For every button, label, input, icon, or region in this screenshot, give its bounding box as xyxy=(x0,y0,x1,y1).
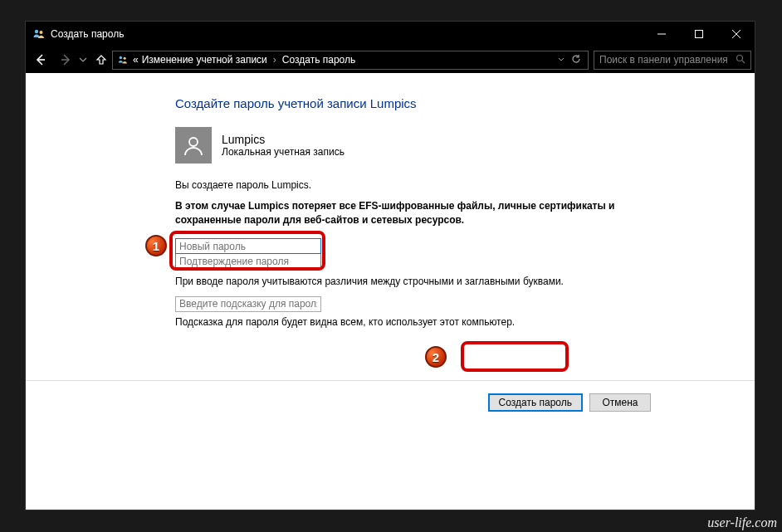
navbar: « Изменение учетной записи › Создать пар… xyxy=(26,46,755,73)
user-accounts-icon xyxy=(116,53,130,66)
content-area: Создайте пароль учетной записи Lumpics L… xyxy=(26,73,755,510)
window-title: Создать пароль xyxy=(51,28,124,40)
search-placeholder: Поиск в панели управления xyxy=(599,54,736,66)
forward-button[interactable] xyxy=(54,49,77,71)
search-icon xyxy=(736,54,745,66)
button-row: Создать пароль Отмена xyxy=(26,380,755,423)
user-block: Lumpics Локальная учетная запись xyxy=(175,127,623,164)
password-fields xyxy=(175,238,623,270)
back-button[interactable] xyxy=(29,49,52,71)
refresh-icon[interactable] xyxy=(571,54,581,66)
svg-point-5 xyxy=(737,55,743,61)
confirm-password-input[interactable] xyxy=(175,254,321,270)
watermark: user-life.com xyxy=(707,515,777,530)
svg-point-4 xyxy=(124,57,126,60)
breadcrumb-create-password[interactable]: Создать пароль xyxy=(282,54,355,66)
svg-point-1 xyxy=(40,31,43,34)
warning-text: В этом случае Lumpics потеряет все EFS-ш… xyxy=(175,199,623,227)
window-frame: Создать пароль xyxy=(25,21,755,510)
svg-point-3 xyxy=(120,56,123,60)
svg-point-0 xyxy=(35,30,38,33)
user-accounts-icon xyxy=(32,27,46,41)
new-password-input[interactable] xyxy=(175,238,321,254)
address-bar[interactable]: « Изменение учетной записи › Создать пар… xyxy=(112,51,589,70)
user-name: Lumpics xyxy=(222,133,345,146)
creating-for-text: Вы создаете пароль Lumpics. xyxy=(175,178,623,193)
recent-locations-button[interactable] xyxy=(79,52,90,67)
chevron-right-icon: › xyxy=(273,54,276,66)
titlebar: Создать пароль xyxy=(26,22,755,46)
search-input[interactable]: Поиск в панели управления xyxy=(594,51,751,70)
cancel-button[interactable]: Отмена xyxy=(589,393,651,412)
password-hint-input[interactable] xyxy=(175,296,321,312)
svg-point-6 xyxy=(189,138,198,146)
case-note: При вводе пароля учитываются различия ме… xyxy=(175,275,623,289)
create-password-button[interactable]: Создать пароль xyxy=(488,393,583,412)
chevron-down-icon[interactable] xyxy=(558,54,565,66)
up-button[interactable] xyxy=(92,49,110,71)
avatar xyxy=(175,127,212,164)
svg-rect-2 xyxy=(695,31,702,38)
close-button[interactable] xyxy=(717,22,755,46)
breadcrumb-prefix: « xyxy=(133,54,139,66)
page-heading: Создайте пароль учетной записи Lumpics xyxy=(175,96,623,110)
maximize-button[interactable] xyxy=(680,22,717,46)
window-controls xyxy=(643,22,755,46)
breadcrumb-change-account[interactable]: Изменение учетной записи xyxy=(142,54,267,66)
user-type: Локальная учетная запись xyxy=(222,146,345,158)
hint-note: Подсказка для пароля будет видна всем, к… xyxy=(175,315,623,329)
minimize-button[interactable] xyxy=(643,22,680,46)
